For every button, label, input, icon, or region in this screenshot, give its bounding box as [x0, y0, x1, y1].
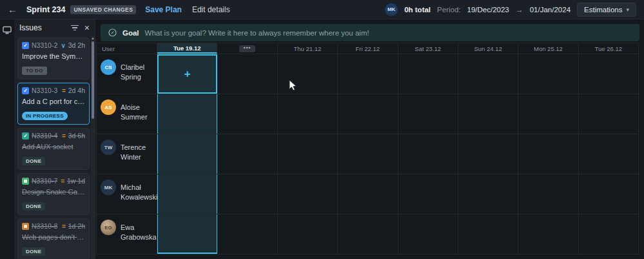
- day-cell[interactable]: [338, 54, 398, 94]
- day-cell[interactable]: [278, 54, 338, 94]
- day-cell[interactable]: [518, 134, 578, 174]
- day-cell[interactable]: [398, 94, 458, 134]
- day-cell[interactable]: [579, 134, 639, 174]
- period-label: Period:: [437, 6, 460, 14]
- day-cell[interactable]: [338, 94, 398, 134]
- issues-panel: Issues × ✓ N3310-2 ∨ 3d 2h Improve the S…: [14, 19, 95, 259]
- issue-checkbox[interactable]: ✓: [22, 87, 29, 94]
- day-cell[interactable]: [278, 214, 338, 254]
- period-end-date[interactable]: 01/Jan/2024: [530, 6, 571, 14]
- goal-compass-icon: [108, 28, 117, 37]
- day-cell[interactable]: [579, 214, 639, 254]
- issue-card[interactable]: ✓ N3310-2 ∨ 3d 2h Improve the Symbian op…: [17, 37, 90, 79]
- user-name: Ewa Grabowska: [121, 220, 157, 242]
- edit-details-button[interactable]: Edit details: [192, 5, 230, 14]
- day-cell[interactable]: [338, 134, 398, 174]
- user-cell: TW Terence Winter: [96, 134, 157, 174]
- day-cell[interactable]: [458, 94, 518, 134]
- issue-type-icon[interactable]: [22, 223, 29, 230]
- issue-checkbox[interactable]: ✓: [22, 132, 29, 140]
- day-cell[interactable]: [278, 134, 338, 174]
- day-cell[interactable]: [398, 174, 458, 214]
- day-header-tue-26[interactable]: Tue 26.12: [579, 43, 639, 54]
- left-icon-strip: [0, 19, 14, 259]
- day-cell-selected[interactable]: +: [157, 54, 217, 94]
- day-cell[interactable]: [518, 54, 578, 94]
- day-cell[interactable]: [157, 214, 217, 254]
- day-cell[interactable]: [217, 134, 277, 174]
- day-header-tue-19[interactable]: Tue 19.12: [157, 43, 217, 54]
- period-arrow-icon: →: [516, 5, 523, 14]
- day-header-mon-25[interactable]: Mon 25.12: [518, 43, 578, 54]
- scroll-up-icon[interactable]: ▲: [91, 36, 95, 40]
- user-row: MK Michał Kowalewski: [96, 174, 639, 214]
- save-plan-button[interactable]: Save Plan: [145, 5, 182, 14]
- day-cell[interactable]: [518, 214, 578, 254]
- day-cell[interactable]: [458, 134, 518, 174]
- day-cell[interactable]: [518, 94, 578, 134]
- user-cell: CS Claribel Spring: [96, 54, 157, 94]
- day-cell[interactable]: [518, 174, 578, 214]
- day-cell[interactable]: [157, 174, 217, 214]
- issue-estimate: 1w 1d: [67, 177, 85, 185]
- total-hours: 0h total: [404, 6, 431, 14]
- scrollbar-thumb[interactable]: [92, 41, 94, 119]
- user-avatar[interactable]: MK: [385, 3, 398, 16]
- user-row: EG Ewa Grabowska: [96, 214, 639, 254]
- issue-estimate: 3d 2h: [68, 41, 85, 49]
- issue-card[interactable]: N3310-8 = 1d 2h Web pages don't work on …: [17, 218, 90, 259]
- day-cell[interactable]: [579, 174, 639, 214]
- day-cell[interactable]: [398, 54, 458, 94]
- day-cell[interactable]: [217, 94, 277, 134]
- day-cell[interactable]: [338, 174, 398, 214]
- issue-checkbox[interactable]: ✓: [22, 42, 29, 49]
- day-cell[interactable]: [217, 54, 277, 94]
- issue-title: Add AUX socket: [22, 143, 85, 150]
- day-header-wed-20[interactable]: •••: [217, 43, 277, 54]
- day-cell[interactable]: [458, 54, 518, 94]
- priority-icon: =: [62, 132, 66, 140]
- day-cell[interactable]: [398, 214, 458, 254]
- overflow-menu-icon[interactable]: •••: [239, 45, 255, 52]
- sprint-title: Sprint 234: [26, 5, 65, 14]
- day-cell[interactable]: [217, 174, 277, 214]
- day-cell[interactable]: [157, 134, 217, 174]
- calendar-header-row: User Tue 19.12 ••• Thu 21.12 Fri 22.12 S…: [96, 43, 639, 54]
- day-header-sun-24[interactable]: Sun 24.12: [458, 43, 518, 54]
- issue-card[interactable]: N3310-7 = 1w 1d Design Snake Game on Unr…: [17, 173, 90, 215]
- day-cell[interactable]: [338, 214, 398, 254]
- filter-icon[interactable]: [71, 25, 79, 31]
- top-bar: ← Sprint 234 UNSAVED CHANGES Save Plan E…: [0, 0, 644, 19]
- day-header-sat-23[interactable]: Sat 23.12: [398, 43, 458, 54]
- day-cell[interactable]: [217, 214, 277, 254]
- backlog-board-icon[interactable]: [3, 26, 12, 35]
- priority-icon: =: [62, 223, 66, 230]
- day-cell[interactable]: [278, 94, 338, 134]
- goal-input[interactable]: Goal What is your goal? Write it here to…: [101, 24, 639, 41]
- issue-id: N3310-2: [32, 41, 58, 49]
- day-cell[interactable]: [157, 94, 217, 134]
- day-cell[interactable]: [579, 94, 639, 134]
- issue-title: Add a C port for charging: [22, 98, 85, 105]
- issue-type-icon[interactable]: [22, 178, 29, 185]
- day-cell[interactable]: [278, 174, 338, 214]
- priority-icon: =: [61, 178, 64, 185]
- day-header-thu-21[interactable]: Thu 21.12: [278, 43, 338, 54]
- day-cell[interactable]: [398, 134, 458, 174]
- day-header-fri-22[interactable]: Fri 22.12: [338, 43, 398, 54]
- issue-estimate: 2d 4h: [68, 87, 85, 94]
- back-icon[interactable]: ←: [8, 4, 17, 15]
- issues-scrollbar[interactable]: ▲: [91, 36, 95, 259]
- estimations-dropdown[interactable]: Estimations ▾: [577, 3, 636, 17]
- day-cell[interactable]: [458, 214, 518, 254]
- period-start-date[interactable]: 19/Dec/2023: [467, 6, 509, 14]
- avatar-photo: EG: [101, 220, 116, 235]
- day-cell[interactable]: [579, 54, 639, 94]
- issue-card[interactable]: ✓ N3310-4 = 3d 6h Add AUX socket DONE: [17, 128, 90, 170]
- issue-card[interactable]: ✓ N3310-3 = 2d 4h Add a C port for charg…: [17, 83, 90, 125]
- issue-title: Design Snake Game on Unre…: [22, 188, 85, 196]
- close-icon[interactable]: ×: [84, 23, 90, 32]
- status-badge: DONE: [22, 202, 45, 211]
- user-row: TW Terence Winter: [96, 134, 639, 174]
- day-cell[interactable]: [458, 174, 518, 214]
